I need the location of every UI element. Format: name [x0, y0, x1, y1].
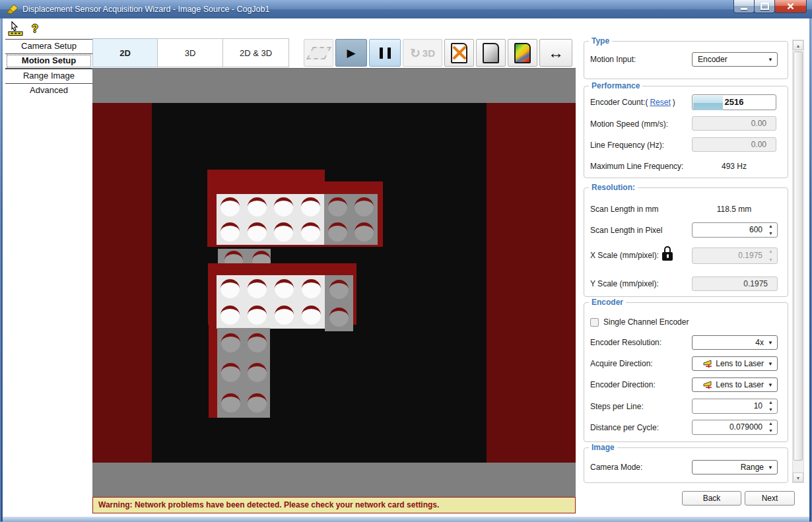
scrollbar-thumb[interactable] [794, 51, 803, 461]
scroll-down-button[interactable]: ▼ [793, 473, 803, 482]
trigger-region-button[interactable] [304, 39, 333, 67]
lens-to-laser-icon [702, 381, 714, 389]
window-title: Displacement Sensor Acquisition Wizard -… [22, 0, 269, 18]
spinner-up-icon[interactable]: ▲ [766, 399, 775, 406]
range-image-viewport[interactable] [92, 68, 576, 498]
next-button[interactable]: Next [745, 491, 795, 506]
titlebar[interactable]: Displacement Sensor Acquisition Wizard -… [0, 0, 812, 18]
calibration-cursor-icon[interactable] [8, 21, 24, 36]
minimize-button[interactable] [733, 0, 755, 13]
window-bottom-frame [3, 517, 809, 522]
tab-2d[interactable]: 2D [92, 38, 158, 67]
maximize-button[interactable] [754, 0, 775, 13]
encoder-count-progress [693, 96, 723, 110]
spinner-down-icon: ▼ [766, 257, 775, 263]
encoder-direction-value: Lens to Laser [714, 380, 768, 389]
lego-brick-white [217, 275, 325, 329]
camera-mode-select[interactable]: Range ▼ [692, 460, 778, 474]
fit-width-button[interactable]: ↔ [539, 39, 572, 67]
single-channel-encoder-checkbox[interactable] [590, 318, 599, 327]
encoder-count-value: 2516 [725, 97, 744, 107]
chevron-down-icon: ▼ [768, 340, 777, 346]
sidebar-item-advanced[interactable]: Advanced [5, 83, 92, 98]
steps-per-line-label: Steps per Line: [590, 399, 644, 414]
encoder-resolution-value: 4x [693, 338, 768, 347]
x-scale-value: 0.1975 [738, 251, 762, 260]
grayscale-palette-button[interactable] [476, 39, 506, 67]
encoder-resolution-select[interactable]: 4x ▼ [692, 335, 778, 350]
scroll-up-button[interactable]: ▲ [793, 40, 803, 50]
single-channel-encoder-label: Single Channel Encoder [603, 317, 689, 327]
color-palette-button[interactable] [508, 39, 537, 67]
no-image-button[interactable] [444, 39, 474, 67]
steps-per-line-field[interactable]: 10 ▲ ▼ [692, 399, 778, 414]
reset-link[interactable]: Reset [650, 98, 670, 107]
scan-length-mm-label: Scan Length in mm [590, 202, 658, 216]
back-button[interactable]: Back [682, 491, 741, 506]
steps-per-line-value: 10 [754, 401, 762, 410]
window-controls [734, 0, 807, 13]
tab-2d-and-3d[interactable]: 2D & 3D [222, 38, 289, 67]
wizard-window: Displacement Sensor Acquisition Wizard -… [0, 0, 812, 522]
spinner-up-icon: ▲ [766, 248, 775, 255]
horizontal-resize-icon: ↔ [548, 45, 564, 61]
sidebar-item-motion-setup[interactable]: Motion Setup [5, 53, 92, 69]
scan-length-px-value: 600 [749, 225, 762, 234]
chevron-down-icon: ▼ [768, 361, 777, 367]
chevron-down-icon: ▼ [768, 382, 777, 388]
rainbow-document-icon [514, 43, 531, 63]
refresh-3d-button[interactable]: ↻3D [403, 39, 442, 67]
motion-input-value: Encoder [693, 55, 768, 64]
tab-3d[interactable]: 3D [157, 38, 223, 67]
lens-to-laser-icon [702, 360, 714, 368]
lego-height-map [92, 69, 576, 498]
help-icon[interactable]: ? [32, 23, 38, 35]
app-icon [5, 3, 20, 15]
acquisition-toolbar: ▶ ↻3D ↔ [304, 39, 572, 67]
scan-length-px-field[interactable]: 600 ▲ ▼ [692, 222, 778, 238]
maximize-icon [761, 3, 769, 10]
distance-per-cycle-field[interactable]: 0.079000 ▲ ▼ [692, 420, 778, 435]
lego-brick-gray [325, 275, 353, 331]
sidebar-toolbar: ? [8, 21, 38, 36]
distance-per-cycle-value: 0.079000 [729, 422, 762, 432]
pause-button[interactable] [369, 39, 401, 67]
refresh-icon: ↻ [410, 47, 421, 59]
chevron-down-icon: ▼ [768, 465, 777, 471]
sidebar-item-range-image[interactable]: Range Image [5, 69, 92, 83]
resolution-group-title: Resolution: [589, 183, 638, 192]
pause-icon [380, 48, 383, 59]
play-button[interactable]: ▶ [335, 39, 367, 67]
image-group-title: Image [589, 443, 617, 452]
chevron-down-icon: ▼ [768, 57, 777, 63]
x-scale-label: X Scale (mm/pixel): [590, 248, 659, 263]
type-group-title: Type [589, 36, 612, 46]
distance-per-cycle-label: Distance per Cycle: [590, 420, 659, 435]
motion-speed-field: 0.00 [692, 116, 776, 131]
encoder-direction-label: Encoder Direction: [590, 377, 656, 392]
motion-input-select[interactable]: Encoder ▼ [692, 52, 778, 67]
close-button[interactable] [774, 0, 807, 13]
sidebar-item-camera-setup[interactable]: Camera Setup [5, 39, 92, 53]
performance-group-title: Performance [589, 81, 642, 90]
line-frequency-field: 0.00 [692, 137, 776, 152]
max-line-frequency-value: 493 Hz [692, 159, 776, 174]
panel-scrollbar[interactable]: ▲ ▼ [792, 40, 804, 483]
encoder-direction-select[interactable]: Lens to Laser ▼ [692, 377, 778, 392]
acquire-direction-select[interactable]: Lens to Laser ▼ [692, 356, 778, 371]
scan-length-mm-value: 118.5 mm [692, 202, 776, 216]
document-x-icon [451, 43, 467, 63]
spinner-up-icon[interactable]: ▲ [766, 223, 775, 230]
encoder-count-label: Encoder Count:(Reset) [590, 95, 675, 110]
camera-mode-value: Range [693, 463, 768, 472]
dashed-parallelogram-icon [306, 47, 331, 59]
spinner-down-icon[interactable]: ▼ [766, 407, 775, 413]
motion-input-label: Motion Input: [590, 52, 636, 67]
lock-icon[interactable] [661, 246, 673, 262]
spinner-down-icon[interactable]: ▼ [766, 230, 775, 237]
spinner-down-icon[interactable]: ▼ [766, 428, 775, 434]
spinner-up-icon[interactable]: ▲ [766, 420, 775, 427]
max-line-frequency-label: Maximum Line Frequency: [590, 159, 683, 174]
encoder-count-field[interactable]: 2516 [692, 94, 776, 110]
acquire-direction-label: Acquire Direction: [590, 356, 653, 371]
